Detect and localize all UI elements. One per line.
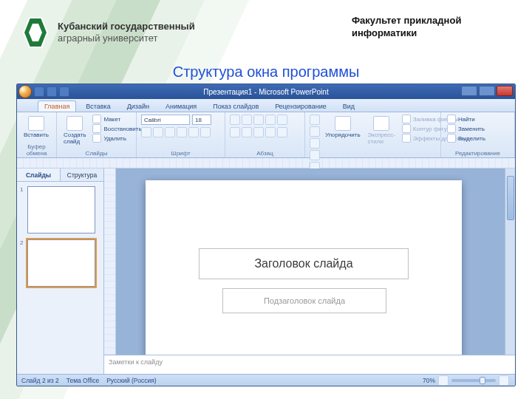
bullets-button[interactable] [230, 115, 240, 125]
bold-button[interactable] [141, 127, 151, 137]
fill-icon [402, 115, 411, 123]
columns-button[interactable] [277, 127, 287, 137]
quick-styles-icon [373, 116, 389, 131]
ribbon-group-clipboard: Вставить Буфер обмена [17, 112, 57, 157]
window-title: Презентация1 - Microsoft PowerPoint [203, 88, 328, 96]
font-size-select[interactable]: 18 [192, 115, 211, 125]
numbering-button[interactable] [242, 115, 252, 125]
university-name: Кубанский государственный аграрный униве… [58, 21, 195, 45]
reset-icon [92, 124, 101, 133]
zoom-out-button[interactable] [438, 375, 449, 386]
slide-panel: Слайды Структура 1 2 [17, 168, 104, 374]
underline-button[interactable] [165, 127, 175, 137]
find-button[interactable]: Найти [446, 115, 487, 123]
group-label-clipboard: Буфер обмена [21, 143, 52, 157]
ribbon-group-drawing: Упорядочить Экспресс-стили Заливка фигур… [305, 112, 441, 157]
page-title: Структура окна программы [0, 64, 532, 81]
shape-oval-button[interactable] [310, 126, 320, 137]
zoom-slider[interactable] [451, 379, 496, 382]
page-header: Кубанский государственный аграрный униве… [0, 0, 532, 59]
quick-styles-button[interactable]: Экспресс-стили [366, 115, 398, 146]
tab-animations[interactable]: Анимация [159, 100, 203, 112]
slidepanel-tab-outline[interactable]: Структура [61, 168, 103, 181]
ribbon-group-editing: Найти Заменить Выделить Редактирование [441, 112, 515, 157]
slide-editor: Заголовок слайда Подзаголовок слайда Зам… [104, 168, 515, 374]
new-slide-button[interactable]: Создать слайд [61, 115, 88, 146]
window-close-button[interactable] [497, 86, 513, 96]
tab-view[interactable]: Вид [336, 100, 361, 112]
outline-icon [402, 124, 411, 133]
horizontal-ruler [17, 158, 515, 168]
slide-canvas[interactable]: Заголовок слайда Подзаголовок слайда [146, 180, 462, 355]
zoom-slider-knob[interactable] [480, 377, 485, 384]
qat-save-button[interactable] [34, 86, 44, 97]
ribbon: Вставить Буфер обмена Создать слайд Маке… [17, 112, 515, 158]
slide-thumbnail[interactable]: 1 [20, 186, 100, 233]
ribbon-group-slides: Создать слайд Макет Восстановить Удалить… [57, 112, 137, 157]
ribbon-group-paragraph: Абзац [225, 112, 305, 157]
window-titlebar: Презентация1 - Microsoft PowerPoint [17, 84, 515, 99]
line-spacing-button[interactable] [277, 115, 287, 125]
vertical-scrollbar[interactable] [505, 168, 515, 355]
tab-home[interactable]: Главная [38, 100, 76, 112]
work-area: Слайды Структура 1 2 Заголовок сла [17, 168, 515, 374]
strike-button[interactable] [177, 127, 187, 137]
layout-button[interactable]: Макет [91, 115, 143, 123]
shape-arrow-button[interactable] [310, 150, 320, 160]
zoom-value: 70% [423, 377, 435, 384]
new-slide-icon [66, 116, 83, 131]
font-color-button[interactable] [200, 127, 211, 137]
subtitle-placeholder[interactable]: Подзаголовок слайда [222, 288, 386, 313]
paste-button[interactable]: Вставить [21, 115, 51, 140]
faculty-name: Факультет прикладной информатики [352, 15, 499, 40]
italic-button[interactable] [153, 127, 163, 137]
effects-icon [402, 134, 411, 143]
justify-button[interactable] [265, 127, 276, 137]
office-button[interactable] [18, 85, 32, 98]
layout-icon [92, 115, 101, 123]
qat-redo-button[interactable] [59, 86, 69, 97]
align-center-button[interactable] [242, 127, 252, 137]
tab-insert[interactable]: Вставка [79, 100, 117, 112]
scrollbar-thumb[interactable] [507, 176, 514, 220]
select-icon [447, 134, 456, 143]
align-right-button[interactable] [253, 127, 264, 137]
replace-button[interactable]: Заменить [446, 124, 487, 133]
status-bar: Слайд 2 из 2 Тема Office Русский (Россия… [17, 374, 515, 386]
shadow-button[interactable] [188, 127, 199, 137]
indent-decrease-button[interactable] [253, 115, 264, 125]
group-label-editing: Редактирование [446, 150, 510, 157]
qat-undo-button[interactable] [47, 86, 57, 97]
font-name-select[interactable]: Calibri [141, 115, 190, 125]
select-button[interactable]: Выделить [446, 134, 487, 143]
tab-review[interactable]: Рецензирование [268, 100, 333, 112]
zoom-controls: 70% [423, 375, 509, 386]
title-placeholder[interactable]: Заголовок слайда [199, 248, 409, 279]
tab-design[interactable]: Дизайн [120, 100, 156, 112]
status-language[interactable]: Русский (Россия) [106, 377, 156, 384]
align-left-button[interactable] [230, 127, 240, 137]
group-label-font: Шрифт [141, 150, 220, 157]
zoom-in-button[interactable] [499, 375, 509, 386]
thumbnail-number: 2 [20, 239, 24, 287]
delete-slide-button[interactable]: Удалить [91, 134, 143, 143]
status-slide-counter: Слайд 2 из 2 [21, 377, 59, 384]
indent-increase-button[interactable] [265, 115, 276, 125]
notes-pane[interactable]: Заметки к слайду [104, 355, 515, 374]
find-icon [447, 115, 456, 123]
slidepanel-tab-slides[interactable]: Слайды [17, 168, 61, 181]
paste-icon [28, 116, 44, 131]
reset-button[interactable]: Восстановить [91, 124, 143, 133]
window-maximize-button[interactable] [479, 86, 495, 96]
shape-line-button[interactable] [310, 138, 320, 149]
group-label-slides: Слайды [61, 150, 132, 157]
thumbnail-preview [27, 186, 95, 233]
arrange-button[interactable]: Упорядочить [323, 115, 363, 140]
shape-rect-button[interactable] [310, 115, 320, 125]
slide-thumbnail[interactable]: 2 [20, 239, 100, 287]
group-label-paragraph: Абзац [230, 150, 300, 157]
replace-icon [447, 124, 456, 133]
window-minimize-button[interactable] [461, 86, 477, 96]
tab-slideshow[interactable]: Показ слайдов [206, 100, 265, 112]
vertical-ruler [104, 168, 116, 355]
